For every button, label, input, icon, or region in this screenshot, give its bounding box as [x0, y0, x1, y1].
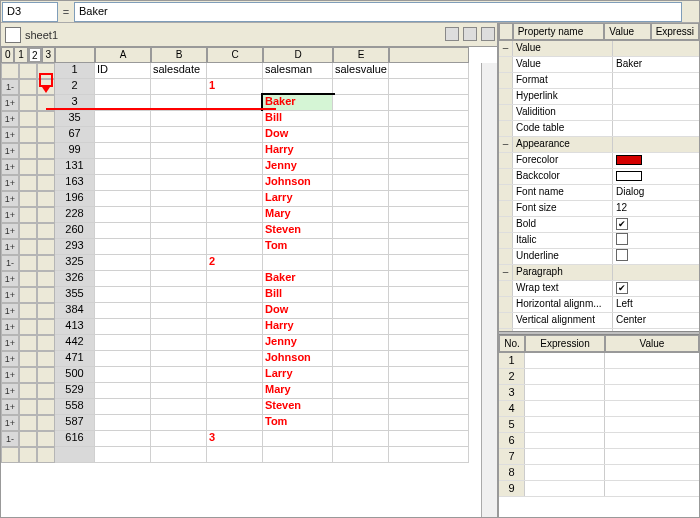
property-row[interactable]: Format [499, 73, 699, 89]
outline-toggle[interactable]: 1+ [1, 95, 19, 111]
cell[interactable] [151, 399, 207, 415]
row-number[interactable]: 529 [55, 383, 95, 399]
cell[interactable]: Bill [263, 111, 333, 127]
cell[interactable] [389, 255, 469, 271]
expression-row[interactable]: 2 [499, 369, 699, 385]
outline-toggle[interactable]: 1+ [1, 351, 19, 367]
cell[interactable] [389, 447, 469, 463]
property-row[interactable]: ValueBaker [499, 57, 699, 73]
cell[interactable] [151, 127, 207, 143]
property-row[interactable]: –Paragraph [499, 265, 699, 281]
prop-value[interactable] [613, 121, 699, 136]
expr-expr[interactable] [525, 401, 605, 416]
cell[interactable]: Larry [263, 367, 333, 383]
row-number[interactable]: 500 [55, 367, 95, 383]
cell[interactable] [207, 159, 263, 175]
cell[interactable] [389, 431, 469, 447]
cell[interactable] [95, 159, 151, 175]
cell[interactable] [151, 239, 207, 255]
cell[interactable] [151, 335, 207, 351]
row-number[interactable]: 1 [55, 63, 95, 79]
outline-toggle[interactable]: 1+ [1, 335, 19, 351]
property-row[interactable]: Wrap text✔ [499, 281, 699, 297]
cell[interactable] [95, 447, 151, 463]
cell[interactable] [333, 175, 389, 191]
cell[interactable]: Harry [263, 143, 333, 159]
row-number[interactable]: 260 [55, 223, 95, 239]
cell[interactable] [151, 159, 207, 175]
expr-expr[interactable] [525, 433, 605, 448]
cell[interactable]: salesman [263, 63, 333, 79]
cell[interactable] [151, 79, 207, 95]
expression-row[interactable]: 3 [499, 385, 699, 401]
cell[interactable] [151, 351, 207, 367]
cell[interactable]: Harry [263, 319, 333, 335]
property-row[interactable]: Bold✔ [499, 217, 699, 233]
outline-toggle[interactable]: 1+ [1, 127, 19, 143]
cell[interactable] [389, 271, 469, 287]
window-controls[interactable] [443, 27, 497, 43]
cell[interactable] [207, 447, 263, 463]
cell[interactable] [333, 431, 389, 447]
prop-value[interactable]: ✔ [613, 281, 699, 296]
cell[interactable] [333, 399, 389, 415]
row-number[interactable]: 293 [55, 239, 95, 255]
row-number[interactable]: 35 [55, 111, 95, 127]
cell[interactable] [95, 367, 151, 383]
cell[interactable]: Dow [263, 127, 333, 143]
cell[interactable] [207, 95, 263, 111]
max-icon[interactable] [463, 27, 477, 41]
row-number[interactable]: 99 [55, 143, 95, 159]
cell[interactable] [389, 351, 469, 367]
outline-toggle[interactable]: 1+ [1, 175, 19, 191]
cell[interactable] [151, 431, 207, 447]
cell[interactable] [333, 79, 389, 95]
expression-row[interactable]: 6 [499, 433, 699, 449]
outline-level-1[interactable]: 1 [14, 47, 27, 63]
cell[interactable] [95, 319, 151, 335]
expression-row[interactable]: 1 [499, 353, 699, 369]
cell-reference-box[interactable]: D3 [2, 2, 58, 22]
expression-row[interactable]: 7 [499, 449, 699, 465]
prop-value[interactable] [613, 41, 699, 56]
cell[interactable] [333, 255, 389, 271]
cell[interactable] [207, 399, 263, 415]
expr-expr[interactable] [525, 369, 605, 384]
cell[interactable] [95, 383, 151, 399]
cell[interactable] [151, 207, 207, 223]
outline-toggle[interactable]: 1+ [1, 159, 19, 175]
row-number[interactable]: 3 [55, 95, 95, 111]
prop-value[interactable]: Baker [613, 57, 699, 72]
formula-input[interactable]: Baker [74, 2, 682, 22]
expr-expr[interactable] [525, 449, 605, 464]
row-number[interactable]: 355 [55, 287, 95, 303]
row-number[interactable]: 325 [55, 255, 95, 271]
cell[interactable] [151, 383, 207, 399]
cell[interactable] [389, 335, 469, 351]
expression-row[interactable]: 9 [499, 481, 699, 497]
cell[interactable] [207, 191, 263, 207]
cell[interactable] [95, 191, 151, 207]
col-header[interactable] [389, 47, 469, 63]
cell[interactable] [95, 111, 151, 127]
expr-val[interactable] [605, 465, 699, 480]
cell[interactable]: Johnson [263, 351, 333, 367]
property-row[interactable]: Font nameDialog [499, 185, 699, 201]
cell[interactable] [389, 191, 469, 207]
outline-toggle[interactable]: 1+ [1, 271, 19, 287]
cell[interactable] [389, 127, 469, 143]
prop-value[interactable] [613, 169, 699, 184]
property-row[interactable]: –Appearance [499, 137, 699, 153]
outline-toggle[interactable]: 1+ [1, 207, 19, 223]
prop-value[interactable] [613, 265, 699, 280]
cell[interactable] [333, 367, 389, 383]
property-row[interactable]: Hyperlink [499, 89, 699, 105]
cell[interactable] [95, 143, 151, 159]
cell[interactable]: salesdate [151, 63, 207, 79]
cell[interactable] [263, 79, 333, 95]
cell[interactable] [207, 271, 263, 287]
row-number[interactable] [55, 447, 95, 463]
cell[interactable]: salesvalue [333, 63, 389, 79]
cell[interactable] [95, 287, 151, 303]
cell[interactable] [333, 383, 389, 399]
